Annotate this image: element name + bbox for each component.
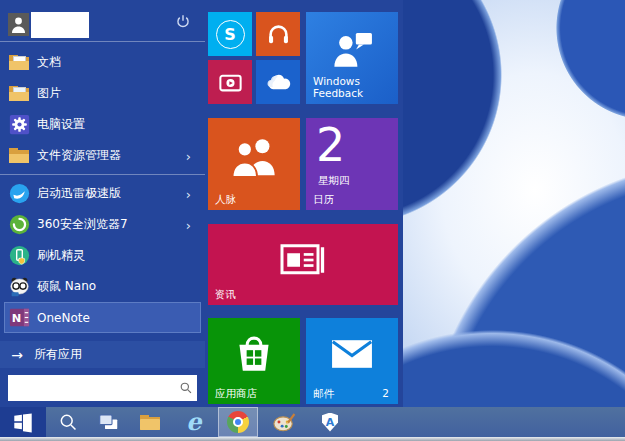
- search-input[interactable]: [8, 375, 175, 401]
- tile-label: 邮件: [313, 387, 334, 399]
- search-box: [8, 375, 197, 401]
- cloud-icon: [256, 60, 300, 104]
- menu-item-label: 启动迅雷极速版: [37, 185, 121, 202]
- menu-item-label: 360安全浏览器7: [37, 216, 128, 233]
- 360-browser-icon: [8, 214, 30, 236]
- user-name-redacted[interactable]: [31, 12, 89, 38]
- tile-people[interactable]: 人脉: [208, 118, 300, 210]
- tile-store[interactable]: 应用商店: [208, 318, 300, 404]
- screen-bottom-edge: [0, 437, 625, 441]
- store-bag-icon: [208, 318, 300, 390]
- start-menu: 文档 图片: [0, 0, 403, 407]
- power-button[interactable]: [173, 12, 193, 32]
- tile-news[interactable]: 资讯: [208, 224, 398, 305]
- start-menu-left-column: 文档 图片: [0, 0, 205, 407]
- tile-windows-feedback[interactable]: Windows Feedback: [306, 12, 398, 104]
- skype-icon: S: [216, 20, 245, 49]
- file-explorer-folder-icon: [8, 145, 30, 167]
- menu-item-360-browser[interactable]: 360安全浏览器7 ›: [0, 209, 205, 240]
- newspaper-icon: [208, 224, 398, 295]
- windows-logo-icon: [12, 411, 34, 433]
- taskbar: e A: [0, 407, 625, 437]
- task-view-button[interactable]: [90, 407, 126, 437]
- calendar-date: 2: [316, 120, 345, 171]
- tile-label: 日历: [313, 193, 334, 205]
- shuaji-phone-icon: [8, 245, 30, 267]
- menu-item-onenote[interactable]: N OneNote: [4, 302, 201, 333]
- user-avatar[interactable]: [8, 13, 29, 36]
- tile-calendar[interactable]: 2 星期四 日历: [306, 118, 398, 210]
- svg-text:N: N: [11, 311, 21, 325]
- menu-item-shuaji[interactable]: 刷机精灵: [0, 240, 205, 271]
- folder-icon: [140, 415, 160, 430]
- internet-explorer-icon: e: [186, 410, 201, 434]
- thunder-bird-icon: [8, 183, 30, 205]
- menu-item-label: 图片: [37, 85, 61, 102]
- chevron-right-icon: ›: [186, 217, 191, 232]
- tile-label: 人脉: [215, 193, 236, 205]
- taskbar-security-button[interactable]: A: [312, 407, 348, 437]
- start-menu-header: [0, 0, 205, 41]
- taskbar-search-button[interactable]: [50, 407, 86, 437]
- taskbar-internet-explorer-button[interactable]: e: [176, 407, 212, 437]
- chrome-icon: [227, 411, 249, 433]
- tile-label: Windows Feedback: [313, 75, 373, 99]
- tile-skype[interactable]: S: [208, 12, 252, 56]
- power-icon: [175, 14, 191, 30]
- search-magnifier-icon: [175, 381, 197, 395]
- search-icon: [58, 412, 78, 432]
- tile-label: 应用商店: [215, 387, 257, 399]
- security-shield-icon: A: [322, 413, 338, 432]
- start-button[interactable]: [0, 407, 46, 437]
- menu-item-pc-settings[interactable]: 电脑设置: [0, 109, 205, 140]
- menu-item-documents[interactable]: 文档: [0, 47, 205, 78]
- chevron-right-icon: ›: [186, 148, 191, 163]
- calendar-weekday: 星期四: [318, 174, 350, 188]
- mail-unread-badge: 2: [382, 387, 389, 399]
- desktop: 文档 图片: [0, 0, 625, 441]
- menu-item-label: 文档: [37, 54, 61, 71]
- documents-folder-icon: [8, 52, 30, 74]
- menu-item-label: 电脑设置: [37, 116, 85, 133]
- tile-onedrive[interactable]: [256, 60, 300, 104]
- menu-item-file-explorer[interactable]: 文件资源管理器 ›: [0, 140, 205, 171]
- all-apps-button[interactable]: → 所有应用: [0, 341, 205, 368]
- pictures-folder-icon: [8, 83, 30, 105]
- menu-item-label: OneNote: [37, 311, 90, 325]
- two-people-icon: [208, 118, 300, 196]
- person-icon: [11, 16, 26, 33]
- menu-divider: [0, 174, 205, 175]
- menu-item-pictures[interactable]: 图片: [0, 78, 205, 109]
- taskbar-chrome-button[interactable]: [218, 407, 258, 437]
- tile-mail[interactable]: 邮件 2: [306, 318, 398, 404]
- all-apps-label: 所有应用: [34, 346, 82, 363]
- menu-item-label: 文件资源管理器: [37, 147, 121, 164]
- paint-palette-icon: [272, 411, 296, 433]
- envelope-icon: [306, 318, 398, 390]
- right-arrow-icon: →: [0, 347, 34, 363]
- tile-video[interactable]: [208, 60, 252, 104]
- chevron-right-icon: ›: [186, 186, 191, 201]
- headphones-icon: [256, 12, 300, 56]
- settings-gear-icon: [8, 114, 30, 136]
- shuoshu-panda-icon: [8, 276, 30, 298]
- tile-label: 资讯: [215, 288, 236, 300]
- taskbar-paint-button[interactable]: [266, 407, 302, 437]
- menu-item-label: 硕鼠 Nano: [37, 278, 96, 295]
- task-view-icon: [98, 413, 119, 431]
- tile-music[interactable]: [256, 12, 300, 56]
- menu-item-shuoshu[interactable]: 硕鼠 Nano: [0, 271, 205, 302]
- screen-play-icon: [208, 60, 252, 104]
- onenote-icon: N: [8, 307, 30, 329]
- menu-item-label: 刷机精灵: [37, 247, 85, 264]
- taskbar-file-explorer-button[interactable]: [132, 407, 168, 437]
- start-menu-items: 文档 图片: [0, 42, 205, 333]
- menu-item-thunder[interactable]: 启动迅雷极速版 ›: [0, 178, 205, 209]
